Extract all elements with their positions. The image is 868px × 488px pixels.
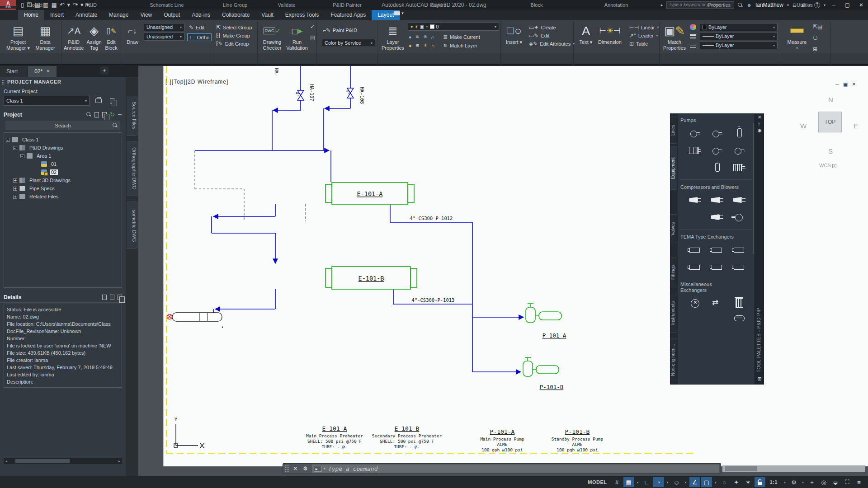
palette-tool[interactable] bbox=[687, 298, 703, 309]
clean-screen-icon[interactable]: ⛶ bbox=[842, 477, 853, 487]
tree-item[interactable]: Area 1 bbox=[4, 152, 122, 160]
panel-label-pid-painter[interactable]: P&ID Painter bbox=[316, 2, 379, 8]
palette-close-icon[interactable]: ✕ bbox=[755, 114, 764, 121]
edit-block-small-button[interactable]: ▭✎Edit bbox=[529, 32, 549, 39]
tree-item[interactable]: P&ID Drawings bbox=[4, 144, 122, 152]
palette-menu-icon[interactable]: ⊞ bbox=[755, 375, 764, 382]
e101a-tag[interactable]: E-101-A bbox=[357, 190, 383, 197]
palette-tool[interactable] bbox=[709, 128, 725, 139]
color-wheel-icon[interactable] bbox=[690, 24, 696, 30]
ribbon-tab[interactable]: Vault bbox=[255, 10, 279, 20]
paint-pid-button[interactable]: ⌐✎Paint P&ID bbox=[323, 26, 357, 34]
quick-calculator-icon[interactable]: ⊞ bbox=[813, 45, 817, 53]
palette-tab-fittings[interactable]: Fittings bbox=[670, 258, 677, 287]
ribbon-tab[interactable]: Insert bbox=[44, 10, 70, 20]
new-drawing-icon[interactable] bbox=[94, 112, 99, 117]
object-isolate-icon[interactable]: ◎ bbox=[818, 477, 829, 487]
tree-item[interactable]: Plant 3D Drawings bbox=[4, 176, 122, 184]
pin-icon[interactable]: ⊸ bbox=[118, 112, 122, 117]
tree-expander-icon[interactable] bbox=[20, 154, 24, 158]
edit-group-button[interactable]: ⁅✎Edit Group bbox=[216, 40, 249, 47]
linetype-icon[interactable] bbox=[690, 44, 696, 48]
insert-block-button[interactable]: ❏○ Insert ▾ bbox=[503, 22, 525, 45]
create-block-button[interactable]: ▭✦Create bbox=[529, 23, 556, 31]
ribbon-tab[interactable]: Output bbox=[158, 10, 186, 20]
scrollbar-thumb[interactable] bbox=[725, 466, 757, 471]
palette-tool[interactable] bbox=[731, 244, 747, 255]
panel-label-block[interactable]: Block bbox=[505, 2, 568, 8]
data-manager-button[interactable]: ▦ DataManager bbox=[33, 22, 58, 51]
palette-autohide-icon[interactable]: ⊦ bbox=[755, 121, 764, 127]
ribbon-tab[interactable]: View bbox=[134, 10, 158, 20]
size-label-1[interactable]: 4" bbox=[295, 92, 300, 97]
command-prompt-icon[interactable]: ▸_ bbox=[314, 466, 322, 472]
palette-tab-valves[interactable]: Valves bbox=[670, 214, 677, 243]
layer-walk-icon[interactable]: ≋ bbox=[415, 42, 420, 48]
selection-cycling-icon[interactable]: ◌ bbox=[719, 477, 730, 487]
palette-tool[interactable] bbox=[731, 298, 747, 309]
tree-expander-icon[interactable] bbox=[13, 146, 17, 150]
dimension-button[interactable]: ⊢☀⊣ Dimension bbox=[596, 22, 624, 45]
palette-tool[interactable] bbox=[709, 298, 725, 309]
layer-thaw2-icon[interactable]: ☀ bbox=[423, 42, 428, 48]
palette-tab-lines[interactable]: Lines bbox=[670, 117, 677, 144]
palette-horizontal-scrollbar[interactable]: ◂ ▸ bbox=[4, 458, 122, 464]
annotation-visibility-icon[interactable]: ✦ bbox=[731, 477, 742, 487]
edit-line-button[interactable]: ✎Edit bbox=[189, 23, 204, 31]
command-input[interactable]: ▸_ ▾ Type a command bbox=[312, 465, 719, 473]
validation-report-icon[interactable]: ▤ bbox=[310, 33, 315, 41]
edit-attributes-button[interactable]: ◈✎Edit Attributes▾ bbox=[529, 40, 575, 47]
linear-dimension-button[interactable]: ⊢⊣Linear▾ bbox=[629, 23, 659, 31]
panel-label-utilities[interactable]: Utilities bbox=[773, 2, 836, 8]
validation-settings-icon[interactable]: ✓ bbox=[310, 23, 315, 30]
viewcube-south[interactable]: S bbox=[828, 147, 833, 155]
palette-tool[interactable] bbox=[731, 162, 747, 173]
line2-dropdown[interactable]: Unassigned▾ bbox=[144, 33, 184, 41]
palette-tool[interactable] bbox=[687, 244, 703, 255]
lineweight-dropdown[interactable]: ByLayer ▾ bbox=[700, 32, 778, 40]
refresh-icon[interactable]: ↻ bbox=[110, 111, 115, 118]
details-icon-2[interactable] bbox=[110, 295, 114, 300]
p101b-tag[interactable]: P-101-B bbox=[540, 384, 564, 390]
pid-annotate-button[interactable]: ↗A P&IDAnnotate bbox=[63, 22, 84, 51]
tree-item[interactable]: Pipe Specs bbox=[4, 184, 122, 192]
assign-tag-button[interactable]: ◈ AssignTag bbox=[85, 22, 103, 51]
scroll-right-icon[interactable]: ▸ bbox=[117, 459, 122, 464]
osnap-caret-icon[interactable]: ▾ bbox=[713, 477, 718, 487]
file-tab[interactable]: 02* ✕ bbox=[28, 66, 56, 77]
table-button[interactable]: ⊞Table bbox=[629, 40, 648, 47]
current-project-dropdown[interactable]: Class 1▾ bbox=[4, 96, 90, 106]
ribbon-tab[interactable]: Manage bbox=[103, 10, 134, 20]
edit-block-button[interactable]: ▯✎ EditBlock bbox=[102, 22, 120, 51]
layer-isolate-icon[interactable]: ≋ bbox=[415, 34, 420, 40]
details-icon-1[interactable] bbox=[102, 295, 107, 300]
palette-tab-equipment[interactable]: Equipment bbox=[670, 146, 677, 190]
object-snap-icon[interactable]: ▢ bbox=[701, 477, 712, 487]
run-validation-button[interactable]: ▢▶ RunValidation bbox=[285, 22, 309, 51]
layer-off-icon[interactable]: ● bbox=[409, 34, 412, 40]
text-button[interactable]: A Text ▾ bbox=[577, 22, 595, 45]
close-button[interactable]: ✕ bbox=[856, 2, 866, 8]
panel-label-schematic-line[interactable]: Schematic Line bbox=[135, 2, 198, 8]
layer-on2-icon[interactable]: ● bbox=[409, 43, 412, 48]
scrollbar-thumb[interactable] bbox=[15, 459, 70, 463]
panel-label-layers[interactable]: Layers bbox=[407, 2, 470, 8]
ortho-mode-icon[interactable]: ∟ bbox=[642, 477, 652, 487]
palette-tool[interactable] bbox=[731, 128, 747, 139]
annotation-scale-caret-icon[interactable]: ▾ bbox=[782, 477, 788, 487]
e101b-tag[interactable]: E-101-B bbox=[359, 275, 384, 282]
tree-expander-icon[interactable] bbox=[13, 187, 17, 191]
tab-isometric-dwg[interactable]: Isometric DWG bbox=[127, 202, 137, 249]
match-layer-button[interactable]: ≋Match Layer bbox=[443, 42, 477, 49]
ribbon-tab[interactable]: Add-ins bbox=[186, 10, 216, 20]
palette-tool[interactable] bbox=[687, 262, 703, 272]
tree-expander-icon[interactable] bbox=[13, 178, 17, 183]
copy-drawing-icon[interactable] bbox=[102, 112, 107, 117]
palette-tool[interactable] bbox=[709, 244, 725, 255]
viewcube-top-face[interactable]: TOP bbox=[818, 112, 842, 132]
file-tab[interactable]: Start bbox=[0, 66, 28, 77]
ortho-toggle-button[interactable]: ∟Ortho bbox=[187, 33, 212, 41]
file-tab-close-icon[interactable]: ✕ bbox=[46, 66, 50, 77]
project-manager-button[interactable]: ▤ ProjectManager ▾ bbox=[5, 22, 31, 51]
palette-grip[interactable] bbox=[2, 80, 5, 85]
